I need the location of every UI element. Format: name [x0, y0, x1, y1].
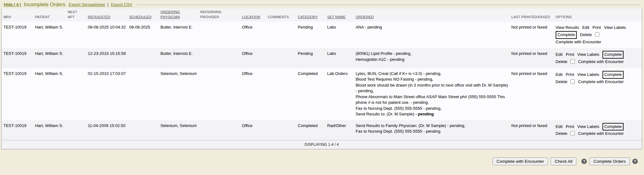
- cell-ordered: Send Results to Family Physician: (Dr. M…: [354, 120, 509, 140]
- help-icon[interactable]: ?: [632, 159, 638, 164]
- cell-comments: [266, 48, 296, 68]
- column-header-next-apt: NEXT APT: [66, 8, 86, 22]
- legend-divider: [136, 5, 641, 5]
- column-header-ordered[interactable]: ORDERED: [354, 8, 509, 22]
- complete-with-encounter-link[interactable]: Complete with Encounter: [578, 131, 624, 136]
- export-spreadsheet-link[interactable]: Export Spreadsheet: [69, 2, 105, 7]
- column-header-options: OPTIONS: [554, 8, 642, 22]
- row-checkbox[interactable]: [595, 32, 599, 37]
- cell-comments: [266, 22, 296, 48]
- complete-button[interactable]: Complete: [602, 71, 624, 79]
- column-header-scheduled[interactable]: SCHEDULED: [127, 8, 158, 22]
- row-checkbox[interactable]: [570, 131, 575, 135]
- cell-category: Completed: [296, 68, 325, 120]
- edit-link[interactable]: Edit: [582, 25, 589, 30]
- complete-with-encounter-button[interactable]: Complete with Encounter: [492, 157, 548, 165]
- print-link[interactable]: Print: [566, 52, 574, 57]
- complete-button[interactable]: Complete: [556, 31, 577, 39]
- view-labels-link[interactable]: View Labels: [604, 25, 626, 30]
- view-labels-link[interactable]: View Labels: [577, 72, 599, 77]
- check-all-button[interactable]: Check All: [551, 157, 576, 165]
- cell-referring-provider: [198, 48, 240, 68]
- column-label[interactable]: ORDERED: [356, 15, 374, 19]
- cell-comments: [266, 120, 296, 140]
- cell-set-name: Labs: [325, 48, 353, 68]
- column-header-referring-provider: REFERRING PROVIDER: [198, 8, 240, 22]
- cell-mr: TEST-10019: [2, 68, 33, 120]
- edit-link[interactable]: Edit: [556, 72, 563, 77]
- cell-location: Office: [240, 22, 266, 48]
- view-results-link[interactable]: View Results: [556, 25, 579, 30]
- column-label: LAST PRINTED/FAXED: [511, 15, 550, 19]
- cell-next-apt: [66, 120, 86, 140]
- cell-ordering-physician: Butler, Internist E.: [158, 22, 198, 48]
- view-labels-link[interactable]: View Labels: [577, 52, 599, 57]
- hide-toggle-link[interactable]: Hide ( 4 ): [4, 2, 21, 7]
- column-header-last-printed-faxed: LAST PRINTED/FAXED: [509, 8, 554, 22]
- cell-options: EditPrintView LabelsCompleteDeleteComple…: [554, 120, 642, 140]
- column-label: NEXT APT: [68, 10, 77, 19]
- complete-button[interactable]: Complete: [602, 51, 624, 59]
- cell-mr: TEST-10019: [2, 22, 33, 48]
- column-label[interactable]: CATEGORY: [298, 15, 318, 19]
- complete-with-encounter-link[interactable]: Complete with Encounter: [578, 79, 624, 84]
- edit-link[interactable]: Edit: [556, 52, 563, 57]
- delete-link[interactable]: Delete: [556, 131, 568, 136]
- table-row: TEST-10019Hart, William S.08-08-2025 10:…: [2, 22, 642, 48]
- column-header-set-name[interactable]: SET NAME: [325, 8, 353, 22]
- column-label[interactable]: REQUESTED: [88, 15, 110, 19]
- footer-actions: Complete with Encounter Check All ? Comp…: [0, 157, 638, 165]
- cell-patient: Hart, William S.: [33, 22, 65, 48]
- column-label[interactable]: SET NAME: [327, 15, 346, 19]
- edit-link[interactable]: Edit: [556, 124, 563, 129]
- delete-link[interactable]: Delete: [556, 79, 568, 84]
- complete-orders-button[interactable]: Complete Orders: [589, 157, 630, 165]
- cell-scheduled: [127, 68, 158, 120]
- column-label: MR#: [3, 15, 11, 19]
- print-link[interactable]: Print: [566, 72, 574, 77]
- cell-last-printed-faxed: Not printed or faxed: [509, 120, 554, 140]
- orders-table: MR#PATIENTNEXT APTREQUESTEDSCHEDULEDORDE…: [2, 8, 642, 140]
- column-header-comments: COMMENTS: [266, 8, 296, 22]
- column-label: REFERRING PROVIDER: [200, 10, 222, 19]
- cell-last-printed-faxed: Not printed or faxed: [509, 68, 554, 120]
- table-row: TEST-10019Hart, William S.12-23-2015 15:…: [2, 48, 642, 68]
- cell-requested: 02-15-2010 17:03:07: [86, 68, 127, 120]
- row-checkbox[interactable]: [570, 79, 575, 84]
- incomplete-orders-panel: MR#PATIENTNEXT APTREQUESTEDSCHEDULEDORDE…: [1, 8, 642, 149]
- page-title: Incomplete Orders: [24, 2, 65, 8]
- cell-options: EditPrintView LabelsCompleteDeleteComple…: [554, 68, 642, 120]
- column-header-requested[interactable]: REQUESTED: [86, 8, 127, 22]
- cell-comments: [266, 68, 296, 120]
- column-label[interactable]: ORDERING PHYSICIAN: [160, 10, 180, 19]
- column-label: PATIENT: [35, 15, 50, 19]
- column-header-category[interactable]: CATEGORY: [296, 8, 325, 22]
- column-header-location[interactable]: LOCATION: [240, 8, 266, 22]
- column-header-ordering-physician[interactable]: ORDERING PHYSICIAN: [158, 8, 198, 22]
- complete-with-encounter-link[interactable]: Complete with Encounter: [578, 59, 624, 64]
- cell-ordering-physician: Butler, Internist E.: [158, 48, 198, 68]
- print-link[interactable]: Print: [592, 25, 601, 30]
- table-header-row: MR#PATIENTNEXT APTREQUESTEDSCHEDULEDORDE…: [2, 8, 642, 22]
- row-checkbox[interactable]: [570, 59, 575, 64]
- column-label: COMMENTS: [268, 15, 289, 19]
- complete-with-encounter-link[interactable]: Complete with Encounter: [556, 40, 601, 44]
- complete-button[interactable]: Complete: [602, 123, 624, 131]
- delete-link[interactable]: Delete: [580, 32, 592, 37]
- view-labels-link[interactable]: View Labels: [577, 124, 599, 129]
- cell-ordered: ANA - pending: [354, 22, 509, 48]
- export-csv-link[interactable]: Export CSV: [111, 2, 132, 7]
- cell-ordered: Lytes, BUN, Creat (Call if K+ is <3.0) -…: [354, 68, 509, 120]
- print-link[interactable]: Print: [566, 124, 574, 129]
- separator: |: [107, 2, 108, 7]
- cell-location: Office: [240, 68, 266, 120]
- cell-last-printed-faxed: Not printed or faxed: [509, 22, 554, 48]
- cell-requested: 08-08-2025 10:04:32: [86, 22, 127, 48]
- column-label[interactable]: LOCATION: [242, 15, 260, 19]
- column-label[interactable]: SCHEDULED: [129, 15, 152, 19]
- column-header-mr: MR#: [2, 8, 33, 22]
- help-icon[interactable]: ?: [581, 159, 587, 164]
- pagination-status: DISPLAYING 1-4 / 4: [2, 140, 642, 149]
- delete-link[interactable]: Delete: [556, 59, 568, 64]
- cell-scheduled: [127, 120, 158, 140]
